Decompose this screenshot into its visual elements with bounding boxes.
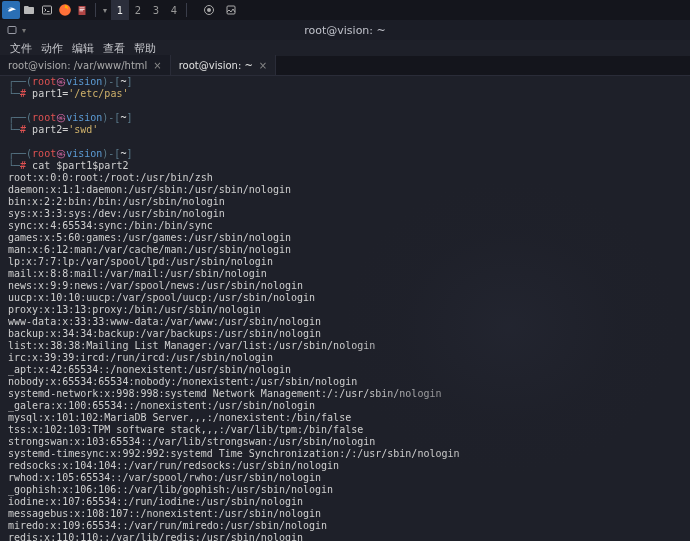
menu-action[interactable]: 动作 (41, 41, 63, 56)
output-line: backup:x:34:34:backup:/var/backups:/usr/… (8, 328, 682, 340)
output-line: _gophish:x:106:106::/var/lib/gophish:/us… (8, 484, 682, 496)
kali-menu-icon[interactable] (2, 1, 20, 19)
tab-label: root@vision: /var/www/html (8, 60, 147, 71)
output-line: daemon:x:1:1:daemon:/usr/sbin:/usr/sbin/… (8, 184, 682, 196)
files-icon[interactable] (20, 1, 38, 19)
menu-file[interactable]: 文件 (10, 41, 32, 56)
output-line: mail:x:8:8:mail:/var/mail:/usr/sbin/nolo… (8, 268, 682, 280)
output-line: news:x:9:9:news:/var/spool/news:/usr/sbi… (8, 280, 682, 292)
output-line: miredo:x:109:65534::/var/run/miredo:/usr… (8, 520, 682, 532)
taskbar-launcher-group: ▾ (0, 1, 111, 19)
menubar: 文件 动作 编辑 查看 帮助 (0, 40, 690, 56)
chevron-down-icon[interactable]: ▾ (99, 6, 111, 15)
tab-label: root@vision: ~ (179, 60, 253, 71)
svg-point-1 (59, 4, 71, 16)
output-line: man:x:6:12:man:/var/cache/man:/usr/sbin/… (8, 244, 682, 256)
editor-icon[interactable] (74, 1, 92, 19)
workspace-3[interactable]: 3 (147, 0, 165, 20)
record-icon[interactable] (200, 1, 218, 19)
output-line: root:x:0:0:root:/root:/usr/bin/zsh (8, 172, 682, 184)
output-line: iodine:x:107:65534::/run/iodine:/usr/sbi… (8, 496, 682, 508)
chevron-down-icon[interactable]: ▾ (20, 26, 26, 35)
svg-rect-5 (80, 11, 84, 12)
firefox-icon[interactable] (56, 1, 74, 19)
command-line: └─# part1='/etc/pas' (8, 88, 682, 100)
svg-point-7 (207, 8, 211, 12)
taskbar-tray (200, 1, 240, 19)
svg-rect-3 (80, 8, 85, 9)
output-line: proxy:x:13:13:proxy:/bin:/usr/sbin/nolog… (8, 304, 682, 316)
blank-line (8, 100, 682, 112)
output-line: strongswan:x:103:65534::/var/lib/strongs… (8, 436, 682, 448)
window-titlebar[interactable]: ▾ root@vision: ~ (0, 20, 690, 40)
output-line: sync:x:4:65534:sync:/bin:/bin/sync (8, 220, 682, 232)
output-line: uucp:x:10:10:uucp:/var/spool/uucp:/usr/s… (8, 292, 682, 304)
output-line: lp:x:7:7:lp:/var/spool/lpd:/usr/sbin/nol… (8, 256, 682, 268)
taskbar-separator (95, 3, 96, 17)
workspace-1[interactable]: 1 (111, 0, 129, 20)
menu-edit[interactable]: 编辑 (72, 41, 94, 56)
output-line: irc:x:39:39:ircd:/run/ircd:/usr/sbin/nol… (8, 352, 682, 364)
output-line: www-data:x:33:33:www-data:/var/www:/usr/… (8, 316, 682, 328)
output-line: nobody:x:65534:65534:nobody:/nonexistent… (8, 376, 682, 388)
tab-1[interactable]: root@vision: /var/www/html × (0, 55, 171, 75)
output-line: list:x:38:38:Mailing List Manager:/var/l… (8, 340, 682, 352)
output-line: redis:x:110:110::/var/lib/redis:/usr/sbi… (8, 532, 682, 541)
terminal-icon[interactable] (38, 1, 56, 19)
menu-help[interactable]: 帮助 (134, 41, 156, 56)
screenshot-icon[interactable] (222, 1, 240, 19)
prompt: ┌──(root㉿vision)-[~] (8, 76, 682, 88)
window-title: root@vision: ~ (0, 24, 690, 37)
tab-2[interactable]: root@vision: ~ × (171, 55, 277, 75)
tab-strip: root@vision: /var/www/html × root@vision… (0, 56, 690, 76)
close-icon[interactable]: × (259, 60, 267, 71)
output-line: sys:x:3:3:sys:/dev:/usr/sbin/nologin (8, 208, 682, 220)
menu-view[interactable]: 查看 (103, 41, 125, 56)
output-line: redsocks:x:104:104::/var/run/redsocks:/u… (8, 460, 682, 472)
window-menu-icon[interactable] (4, 22, 20, 38)
command-line: └─# part2='swd' (8, 124, 682, 136)
taskbar: ▾ 1 2 3 4 (0, 0, 690, 20)
output-line: tss:x:102:103:TPM software stack,,,:/var… (8, 424, 682, 436)
output-line: systemd-network:x:998:998:systemd Networ… (8, 388, 682, 400)
command-line: └─# cat $part1$part2 (8, 160, 682, 172)
terminal-output[interactable]: ┌──(root㉿vision)-[~]└─# part1='/etc/pas'… (0, 76, 690, 541)
output-line: mysql:x:101:102:MariaDB Server,,,:/nonex… (8, 412, 682, 424)
svg-rect-0 (43, 6, 52, 14)
output-line: _apt:x:42:65534::/nonexistent:/usr/sbin/… (8, 364, 682, 376)
workspace-switcher: 1 2 3 4 (111, 0, 183, 20)
workspace-4[interactable]: 4 (165, 0, 183, 20)
output-line: messagebus:x:108:107::/nonexistent:/usr/… (8, 508, 682, 520)
output-line: rwhod:x:105:65534::/var/spool/rwho:/usr/… (8, 472, 682, 484)
blank-line (8, 136, 682, 148)
prompt: ┌──(root㉿vision)-[~] (8, 112, 682, 124)
output-line: games:x:5:60:games:/usr/games:/usr/sbin/… (8, 232, 682, 244)
output-line: systemd-timesync:x:992:992:systemd Time … (8, 448, 682, 460)
prompt: ┌──(root㉿vision)-[~] (8, 148, 682, 160)
output-line: bin:x:2:2:bin:/bin:/usr/sbin/nologin (8, 196, 682, 208)
window-controls: ▾ (0, 22, 26, 38)
taskbar-separator (186, 3, 187, 17)
output-line: _galera:x:100:65534::/nonexistent:/usr/s… (8, 400, 682, 412)
workspace-2[interactable]: 2 (129, 0, 147, 20)
svg-rect-4 (80, 9, 85, 10)
svg-rect-9 (8, 27, 16, 34)
close-icon[interactable]: × (153, 60, 161, 71)
